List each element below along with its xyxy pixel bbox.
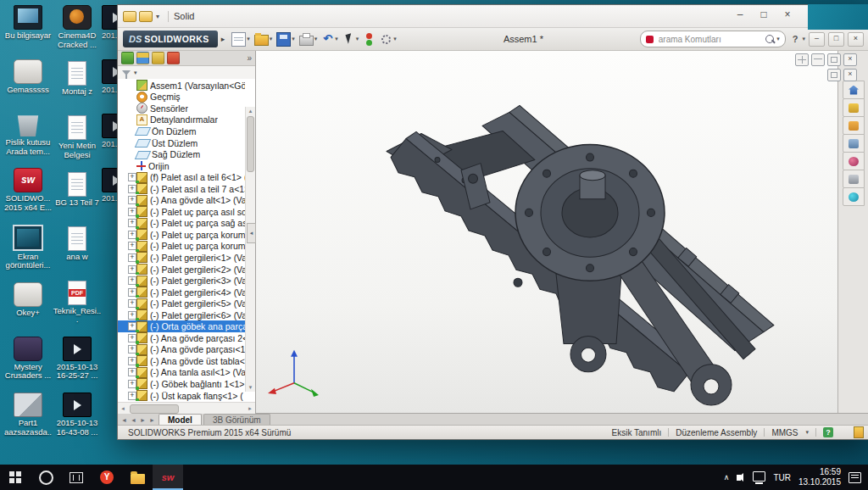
desktop-icon[interactable]: Pislik kutusu Arada tem... — [3, 114, 53, 156]
close-pane-icon[interactable] — [843, 53, 857, 66]
tree-item[interactable]: (f) Palet asıl a teil 6<1> (V — [118, 171, 245, 183]
search-button[interactable] — [31, 465, 61, 490]
tree-expander-icon[interactable] — [128, 104, 136, 113]
desktop-icon[interactable]: 201... — [102, 59, 118, 102]
task-pane-view-palette[interactable] — [843, 134, 865, 153]
tree-item[interactable]: (-) Palet uç parça koruma — [118, 241, 245, 253]
tree-item[interactable]: Detaylandırmalar — [118, 114, 245, 126]
tree-item[interactable]: (-) Üst kapak flanş<1> ( — [118, 390, 245, 402]
scroll-left-icon[interactable]: ◄ — [118, 406, 128, 411]
desktop-icon[interactable]: 201... — [102, 5, 118, 47]
tab-feature-manager[interactable] — [121, 52, 134, 64]
taskbar-solidworks[interactable] — [153, 465, 183, 490]
tree-item[interactable]: Assem1 (Varsayılan<Görünt — [118, 80, 245, 92]
desktop-icon[interactable]: Mystery Crusaders ... — [3, 337, 53, 381]
taskbar-yandex-browser[interactable] — [92, 465, 122, 490]
new-dropdown-icon[interactable]: ▾ — [247, 36, 250, 42]
task-pane-custom-properties[interactable] — [843, 170, 865, 188]
tray-chevron-icon[interactable]: ∧ — [724, 473, 730, 482]
print-button[interactable]: ▾ — [298, 30, 320, 48]
rebuild-button[interactable] — [361, 30, 377, 48]
doc-minimize-button[interactable]: – — [809, 32, 825, 47]
print-dropdown-icon[interactable]: ▾ — [314, 36, 318, 42]
network-icon[interactable] — [753, 471, 765, 482]
desktop-icon[interactable]: Part1 aazsazasda... — [3, 393, 53, 437]
tree-expander-icon[interactable] — [128, 92, 136, 101]
tree-item[interactable]: (-) Ana gövde parçası<1 — [118, 344, 245, 356]
units-dropdown-icon[interactable]: ▾ — [805, 429, 809, 436]
graphics-area[interactable] — [255, 51, 838, 414]
task-pane-toggle-icon[interactable] — [854, 426, 864, 438]
pane-icon[interactable] — [827, 69, 841, 81]
maximize-button[interactable]: □ — [752, 7, 776, 24]
desktop-icon[interactable]: 201... — [102, 168, 118, 210]
desktop-icon[interactable]: Teknik_Resi... — [53, 281, 102, 325]
magnifier-icon[interactable] — [765, 35, 774, 43]
tree-item[interactable]: (-) Palet uç parça sağ asıl — [118, 218, 245, 230]
select-dropdown-icon[interactable]: ▾ — [356, 36, 359, 42]
doc-close-button[interactable]: × — [848, 32, 864, 47]
desktop-icon[interactable]: Bu bilgisayar — [3, 5, 53, 47]
tab-property-manager[interactable] — [136, 52, 149, 64]
desktop-icon[interactable]: Ekran görüntüleri... — [3, 225, 53, 270]
tree-item[interactable]: (-) Palet uç parça koruma — [118, 229, 245, 241]
menu-expand-icon[interactable]: ▸ — [221, 35, 225, 43]
tree-item[interactable]: (-) Palet gergileri<6> (Va — [118, 309, 245, 321]
undo-button[interactable]: ▾ — [320, 30, 340, 48]
desktop-icon[interactable]: Montaj z — [53, 61, 102, 103]
desktop-icon[interactable]: 201... — [102, 114, 118, 156]
tree-item[interactable]: Sensörler — [118, 103, 245, 114]
tree-item[interactable]: (-) Palet gergileri<3> (Va — [118, 275, 245, 287]
desktop-icon[interactable]: BG 13 Teil 7 — [53, 172, 102, 214]
new-button[interactable]: ▾ — [230, 30, 252, 48]
panel-collapse-button[interactable]: ◂ — [247, 223, 256, 243]
open-dropdown-icon[interactable]: ▾ — [270, 36, 273, 42]
close-button[interactable]: × — [776, 7, 799, 24]
desktop-icon[interactable]: Cinema4D Cracked ... — [53, 5, 102, 49]
assembly-model[interactable] — [255, 51, 838, 414]
undo-dropdown-icon[interactable]: ▾ — [335, 36, 338, 42]
scrollbar-track[interactable] — [128, 404, 245, 412]
scroll-right-icon[interactable]: ► — [245, 406, 255, 411]
tree-item[interactable]: (-) Ana gövde üst tabla< — [118, 355, 245, 367]
desktop-icon[interactable]: Gemasssss — [3, 59, 53, 102]
open-button[interactable]: ▾ — [253, 30, 275, 48]
filter-dropdown-icon[interactable]: ▾ — [134, 70, 137, 76]
options-dropdown-icon[interactable]: ▾ — [393, 36, 397, 42]
tab-model[interactable]: Model — [159, 414, 202, 426]
tree-expander-icon[interactable] — [128, 81, 136, 90]
quick-tips-icon[interactable]: ? — [823, 427, 833, 437]
solidworks-logo[interactable]: DS SOLIDWORKS — [123, 31, 218, 47]
task-pane-file-explorer[interactable] — [843, 116, 865, 135]
options-button[interactable]: ▾ — [378, 30, 398, 48]
desktop-icon[interactable]: Yeni Metin Belgesi — [53, 115, 102, 159]
quick-access-open-icon[interactable] — [139, 11, 153, 22]
panel-overflow-icon[interactable]: » — [247, 53, 252, 63]
tab-dimxpert-manager[interactable] — [167, 52, 180, 64]
tree-item[interactable]: (-) Orta göbek ana parça — [118, 320, 245, 332]
tree-expander-icon[interactable] — [128, 162, 136, 170]
language-indicator[interactable]: TUR — [773, 473, 791, 482]
select-button[interactable]: ▾ — [341, 30, 361, 48]
doc-restore-button[interactable]: □ — [828, 32, 844, 47]
tree-item[interactable]: (-) Palet gergileri<1> (Va — [118, 252, 245, 264]
help-dropdown-icon[interactable]: ▾ — [802, 36, 805, 42]
taskbar-file-explorer[interactable] — [122, 465, 153, 490]
scrollbar-thumb[interactable] — [130, 404, 179, 414]
tree-item[interactable]: Sağ Düzlem — [118, 148, 245, 160]
desktop-icon[interactable]: Okey+ — [3, 282, 53, 325]
tree-item[interactable]: (-) Ana gövde parçası 2< — [118, 332, 245, 344]
notification-center-icon[interactable] — [849, 472, 861, 483]
tree-item[interactable]: (-) Ana gövde alt<1> (Va — [118, 194, 245, 206]
tree-item[interactable]: (-) Palet gergileri<5> (Va — [118, 298, 245, 309]
search-input[interactable] — [657, 34, 764, 45]
task-pane-appearances[interactable] — [843, 152, 865, 170]
tree-item[interactable]: (-) Palet gergileri<4> (Va — [118, 287, 245, 298]
tree-horizontal-scrollbar[interactable]: ◄ ► — [118, 402, 255, 414]
save-button[interactable]: ▾ — [275, 30, 297, 48]
volume-icon[interactable] — [737, 475, 741, 481]
tile-windows-icon[interactable] — [795, 53, 809, 66]
tree-item[interactable]: (-) Ana tanla asıl<1> (Va — [118, 367, 245, 379]
tree-item[interactable]: (-) Palet uç parça asıl sol — [118, 206, 245, 218]
task-view-button[interactable] — [61, 465, 92, 490]
